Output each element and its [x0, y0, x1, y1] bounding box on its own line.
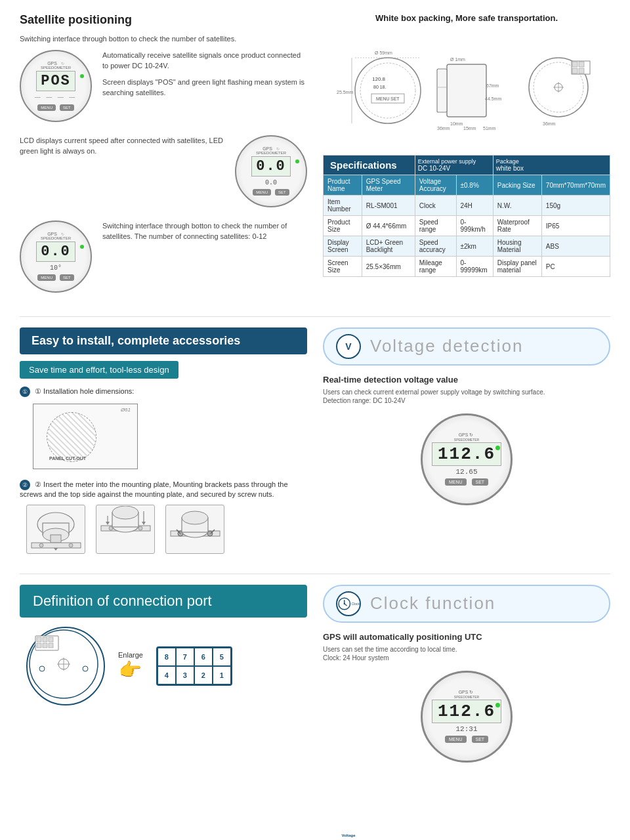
voltage-set-btn[interactable]: SET: [472, 478, 489, 486]
clock-gps-title: GPS will automatically positioning UTC: [323, 632, 610, 642]
gauge2-menu-btn[interactable]: MENU: [253, 189, 271, 196]
gauge2-set-btn[interactable]: SET: [275, 189, 289, 196]
gauge3-sub: 10°: [50, 264, 62, 272]
svg-rect-63: [49, 637, 53, 642]
gauge3-menu-btn[interactable]: MENU: [37, 274, 56, 281]
svg-point-75: [344, 602, 345, 604]
svg-rect-24: [572, 62, 578, 67]
gauge3-led: [80, 245, 84, 249]
svg-point-56: [182, 511, 208, 524]
page: Satellite positioning Switching interfac…: [0, 0, 630, 785]
gauge2-sub: 0.0: [265, 179, 277, 186]
svg-point-0: [355, 58, 421, 123]
gauge1-display: POS: [36, 71, 75, 91]
voltage-menu-btn[interactable]: MENU: [445, 478, 467, 486]
clock-gauge-header: GPS ↻ SPEEDOMETER: [454, 690, 479, 699]
svg-text:10mm: 10mm: [450, 121, 463, 126]
gauge-2: GPS ↻ SPEEDOMETER 0.0 0.0 MENU SET: [235, 135, 307, 207]
clock-gauge-buttons: MENU SET: [445, 736, 488, 743]
svg-point-1: [360, 63, 415, 118]
svg-point-71: [83, 666, 88, 671]
conn-cell-1: 1: [213, 666, 231, 684]
clock-desc2: Clock: 24 Hour system: [323, 654, 610, 662]
svg-rect-65: [43, 643, 47, 648]
voltage-desc2: Detection range: DC 10-24V: [323, 397, 610, 404]
sat-desc5: Switching interface through botton to ch…: [102, 220, 307, 247]
clock-section: Clock Clock function GPS will automatica…: [323, 585, 610, 772]
voltage-section: V Voltage Voltage detection Real-time de…: [323, 327, 610, 563]
install-subtitle: Save time and effort, tool-less design: [20, 361, 178, 379]
sat-desc-2-3: Automatically receive satellite signals …: [102, 50, 307, 104]
conn-grid-container: 8 7 6 5 4 3 2 1: [156, 646, 232, 686]
conn-cell-8: 8: [158, 648, 176, 666]
voltage-gauge-display: 112.6: [432, 442, 501, 466]
clock-desc1: Users can set the time according to loca…: [323, 646, 610, 653]
voltage-gauge-header: GPS ↻ SPEEDOMETER: [454, 432, 479, 442]
mount-step-img-2: [96, 505, 155, 554]
svg-point-70: [39, 666, 45, 671]
voltage-gauge-sub: 12.65: [455, 468, 477, 476]
conn-cell-7: 7: [176, 648, 194, 666]
svg-text:15mm: 15mm: [463, 126, 476, 131]
svg-rect-38: [32, 543, 81, 548]
gauge3-set-btn[interactable]: SET: [60, 274, 74, 281]
connection-banner: Definition of connection port: [20, 585, 307, 618]
voltage-desc1: Users can check current external power s…: [323, 388, 610, 396]
gauge-row-1: GPS ↻ SPEEDOMETER POS — — — — MENU SET A…: [20, 50, 307, 122]
spec-title: Specifications: [324, 156, 415, 175]
gauge2-display: 0.0: [251, 156, 291, 177]
svg-text:120.8: 120.8: [372, 76, 386, 82]
sat-desc3: Screen displays "POS" and green light fl…: [102, 77, 307, 98]
connection-diagram: Enlarge 👉 8 7 6 5 4 3 2 1: [26, 627, 307, 705]
middle-section: Easy to install, complete accessories Sa…: [20, 327, 610, 563]
clock-menu-btn[interactable]: MENU: [445, 736, 467, 743]
install-section: Easy to install, complete accessories Sa…: [20, 327, 307, 563]
clock-banner: Clock Clock function: [323, 585, 610, 623]
clock-gauge-sub: 12:31: [455, 725, 477, 733]
gauge1-set-btn[interactable]: SET: [60, 104, 74, 111]
voltage-gauge-buttons: MENU SET: [445, 478, 488, 486]
svg-text:44.5mm: 44.5mm: [485, 96, 501, 101]
svg-rect-25: [579, 62, 584, 67]
svg-text:Ø 1mm: Ø 1mm: [450, 57, 465, 62]
svg-text:51mm: 51mm: [483, 126, 496, 131]
step1-num: ①: [20, 387, 30, 397]
svg-rect-12: [437, 69, 447, 112]
svg-text:MENU: MENU: [376, 96, 390, 101]
svg-text:36mm: 36mm: [543, 121, 556, 126]
step2-num: ②: [20, 480, 30, 490]
svg-point-43: [138, 526, 142, 530]
sat-desc2: Automatically receive satellite signals …: [102, 50, 307, 72]
mount-step-img-1: [26, 505, 85, 554]
svg-point-40: [69, 543, 73, 547]
voltage-title: Voltage detection: [370, 336, 524, 356]
clock-set-btn[interactable]: SET: [472, 736, 489, 743]
gauge3-header: GPS ↻ SPEEDOMETER: [41, 232, 71, 240]
mount-steps: [26, 505, 307, 554]
voltage-icon: V Voltage: [336, 334, 361, 359]
gauge1-header: GPS ↻ SPEEDOMETER: [41, 61, 71, 70]
dimensions-drawing: 120.8 80 18. MENU SET Ø 59mm 25.5mm Ø 1: [323, 28, 610, 148]
svg-rect-66: [49, 643, 53, 648]
connection-section: Definition of connection port: [20, 585, 307, 772]
voltage-realtime-title: Real-time detection voltage value: [323, 375, 610, 385]
svg-rect-62: [43, 637, 47, 642]
panel-cutout-diagram: PANEL CUT-OUT Ø61: [33, 404, 138, 469]
gauge-row-3: GPS ↻ SPEEDOMETER 0.0 10° MENU SET Switc…: [20, 220, 307, 293]
gauge-row-2: LCD displays current speed after connect…: [20, 135, 307, 207]
clock-gauge-display: 112.6: [432, 700, 501, 723]
install-banner: Easy to install, complete accessories: [20, 327, 307, 354]
conn-cell-5: 5: [213, 648, 231, 666]
step2-label: ② ② Insert the meter into the mounting p…: [20, 480, 307, 498]
svg-marker-50: [142, 522, 146, 525]
svg-marker-48: [106, 522, 110, 525]
svg-text:25.5mm: 25.5mm: [337, 90, 353, 94]
svg-rect-11: [447, 64, 486, 117]
gauge1-buttons: MENU SET: [37, 104, 74, 111]
voltage-banner: V Voltage Voltage detection: [323, 327, 610, 366]
voltage-gauge: GPS ↻ SPEEDOMETER 112.6 12.65 MENU SET: [421, 413, 513, 505]
conn-cell-6: 6: [194, 648, 213, 666]
gauge1-menu-btn[interactable]: MENU: [37, 104, 56, 111]
sat-desc4: LCD displays current speed after connect…: [20, 135, 224, 162]
gauge3-display: 0.0: [36, 242, 75, 262]
